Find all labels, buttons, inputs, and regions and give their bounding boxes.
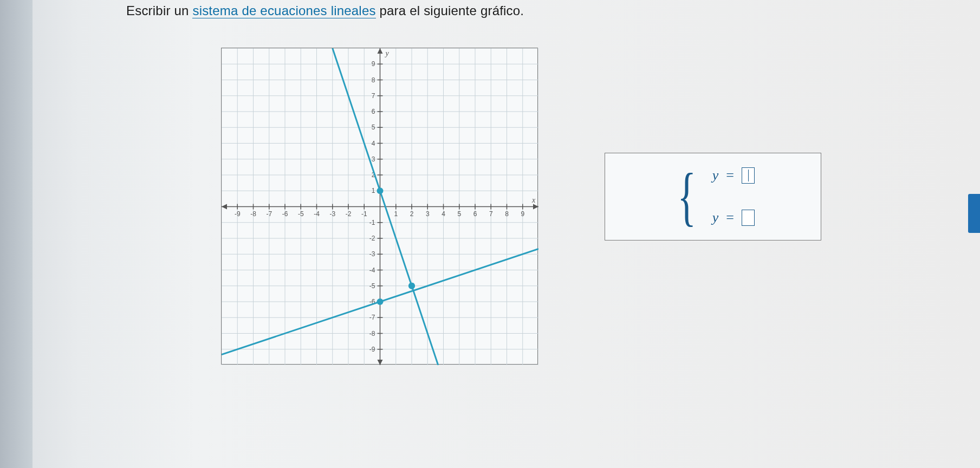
svg-text:3: 3	[372, 155, 375, 163]
svg-text:8: 8	[372, 76, 375, 84]
eq2-op: =	[726, 210, 734, 226]
window-edge	[0, 0, 33, 468]
eq1-op: =	[726, 167, 734, 184]
svg-text:-7: -7	[266, 210, 272, 218]
eq2-input[interactable]	[742, 210, 755, 226]
svg-marker-44	[378, 48, 383, 54]
svg-text:4: 4	[372, 140, 375, 147]
svg-text:-7: -7	[369, 314, 375, 321]
svg-text:9: 9	[521, 210, 524, 218]
svg-text:2: 2	[410, 210, 414, 218]
chart-svg: -9-9-8-8-7-7-6-6-5-5-4-4-3-3-2-2-1-11122…	[222, 48, 538, 365]
svg-text:-5: -5	[298, 210, 304, 218]
equation-row-2: y =	[712, 210, 755, 226]
svg-text:-3: -3	[369, 250, 375, 258]
svg-text:-5: -5	[369, 282, 375, 290]
equation-row-1: y =	[712, 167, 755, 184]
svg-point-121	[377, 187, 384, 194]
question-prefix: Escribir un	[126, 3, 192, 18]
answer-panel: { y = y =	[605, 153, 821, 240]
question-suffix: para el siguiente gráfico.	[376, 3, 524, 18]
question-text: Escribir un sistema de ecuaciones lineal…	[126, 3, 524, 18]
svg-text:-2: -2	[369, 235, 375, 242]
svg-text:6: 6	[473, 210, 477, 218]
svg-text:-1: -1	[361, 210, 367, 218]
svg-text:x: x	[531, 196, 536, 204]
svg-text:-2: -2	[346, 210, 352, 218]
side-tab-button[interactable]	[968, 194, 980, 233]
svg-marker-45	[378, 360, 383, 365]
svg-text:1: 1	[394, 210, 398, 218]
svg-text:1: 1	[372, 187, 375, 194]
svg-text:4: 4	[442, 210, 445, 218]
svg-text:7: 7	[489, 210, 493, 218]
brace-icon: {	[678, 167, 697, 226]
svg-text:5: 5	[457, 210, 461, 218]
coordinate-plane: -9-9-8-8-7-7-6-6-5-5-4-4-3-3-2-2-1-11122…	[221, 48, 538, 365]
svg-text:-1: -1	[369, 219, 375, 226]
svg-text:-9: -9	[235, 210, 241, 218]
equation-stack: y = y =	[712, 167, 755, 226]
svg-text:-4: -4	[369, 266, 375, 274]
svg-marker-43	[222, 204, 227, 210]
svg-text:8: 8	[505, 210, 509, 218]
eq1-input[interactable]	[742, 167, 755, 184]
svg-text:-8: -8	[250, 210, 256, 218]
glossary-link[interactable]: sistema de ecuaciones lineales	[192, 3, 375, 18]
svg-text:6: 6	[372, 108, 375, 115]
svg-text:5: 5	[372, 123, 375, 131]
svg-text:-3: -3	[329, 210, 335, 218]
svg-text:-6: -6	[282, 210, 288, 218]
svg-marker-42	[533, 204, 538, 210]
svg-text:3: 3	[426, 210, 430, 218]
eq2-var: y	[712, 210, 719, 226]
svg-text:-8: -8	[369, 330, 375, 337]
svg-text:9: 9	[372, 60, 375, 68]
svg-text:-4: -4	[314, 210, 320, 218]
svg-point-125	[408, 283, 415, 289]
svg-text:-9: -9	[369, 346, 375, 353]
eq1-var: y	[712, 167, 719, 184]
svg-text:7: 7	[372, 92, 375, 100]
svg-point-124	[377, 298, 384, 305]
svg-text:y: y	[385, 49, 390, 57]
